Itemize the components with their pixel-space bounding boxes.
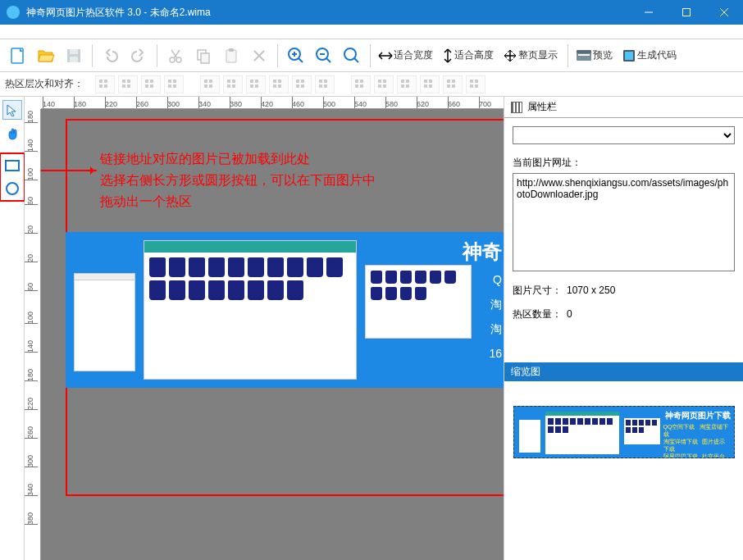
svg-rect-13 (201, 53, 209, 63)
arrow-annotation (41, 170, 97, 171)
thumb-banner-text: 神奇网页图片下载 (665, 410, 731, 421)
close-button[interactable] (705, 0, 743, 25)
zoom-in-button[interactable] (283, 43, 309, 69)
loaded-image[interactable]: 神奇 Q 淘 淘 16 (66, 232, 504, 388)
delete-button[interactable] (246, 43, 272, 69)
align-btn-7[interactable] (246, 75, 266, 93)
preview-button[interactable]: 预览 (573, 43, 618, 69)
fit-width-label: 适合宽度 (394, 48, 433, 62)
align-btn-13[interactable] (397, 75, 417, 93)
open-button[interactable] (33, 43, 59, 69)
url-label: 当前图片网址： (513, 156, 735, 170)
app-icon (7, 6, 20, 19)
align-btn-9[interactable] (292, 75, 312, 93)
properties-icon (511, 102, 522, 113)
banner-sub-2: 淘 (490, 298, 502, 312)
thumbnail-image[interactable]: 神奇网页图片下载 QQ空间下载 淘宝店铺下载淘宝详情下载 图片提示下载阿里巴巴下… (513, 406, 735, 458)
copy-button[interactable] (190, 43, 217, 69)
zoom-out-button[interactable] (311, 43, 337, 69)
url-field[interactable] (513, 173, 735, 271)
svg-rect-6 (70, 49, 78, 54)
thumb-banner-sub: QQ空间下载 淘宝店铺下载淘宝详情下载 图片提示下载阿里巴巴下载 社交平台下载 (663, 423, 731, 458)
hotspot-count-value: 0 (567, 308, 572, 320)
instruction-line-1: 链接地址对应的图片已被加载到此处 (100, 148, 376, 170)
hotspot-count-label: 热区数量： (513, 308, 562, 320)
save-button[interactable] (61, 43, 87, 69)
instruction-line-3: 拖动出一个热区 (100, 191, 376, 212)
align-btn-6[interactable] (223, 75, 243, 93)
rectangle-tool[interactable] (2, 156, 22, 175)
svg-rect-7 (70, 57, 78, 62)
minimize-button[interactable] (630, 0, 668, 25)
banner-sub-4: 16 (489, 347, 502, 360)
canvas-area: 1401802202603003403804204605005405806206… (25, 97, 504, 560)
menubar (0, 25, 743, 39)
window-title: 神奇网页图片热区软件 3.0 - 未命名2.wima (26, 6, 630, 20)
paste-button[interactable] (218, 43, 244, 69)
properties-tab[interactable]: 属性栏 (504, 97, 743, 118)
shape-tool-group (0, 153, 25, 202)
banner-sub-1: Q (493, 273, 502, 286)
generate-label: 生成代码 (637, 48, 677, 62)
undo-button[interactable] (98, 43, 124, 69)
redo-button[interactable] (125, 43, 152, 69)
cut-button[interactable] (162, 43, 189, 69)
fit-page-button[interactable]: 整页显示 (500, 43, 563, 69)
hotspot-selector[interactable] (513, 126, 735, 144)
align-btn-5[interactable] (200, 75, 220, 93)
generate-button[interactable]: 生成代码 (619, 43, 681, 69)
image-size-value: 1070 x 250 (567, 285, 615, 296)
align-btn-16[interactable] (466, 75, 485, 93)
banner-text-main: 神奇 (463, 239, 502, 265)
align-btn-8[interactable] (269, 75, 289, 93)
tool-palette (0, 97, 25, 560)
svg-rect-15 (229, 48, 234, 52)
align-label: 热区层次和对齐： (5, 77, 84, 91)
align-btn-1[interactable] (95, 75, 115, 93)
align-btn-10[interactable] (315, 75, 335, 93)
svg-rect-36 (6, 161, 19, 171)
titlebar: 神奇网页图片热区软件 3.0 - 未命名2.wima (0, 0, 743, 25)
align-btn-11[interactable] (351, 75, 371, 93)
svg-rect-31 (577, 52, 591, 61)
image-size-label: 图片尺寸： (513, 285, 562, 296)
workarea: 1401802202603003403804204605005405806206… (0, 97, 743, 560)
align-btn-14[interactable] (420, 75, 440, 93)
align-btn-2[interactable] (118, 75, 138, 93)
svg-line-26 (354, 58, 358, 62)
properties-body: 当前图片网址： 图片尺寸：1070 x 250 热区数量：0 (504, 118, 743, 330)
fit-width-button[interactable]: 适合宽度 (376, 43, 438, 69)
svg-rect-1 (683, 9, 691, 16)
align-btn-4[interactable] (164, 75, 184, 93)
fit-height-button[interactable]: 适合高度 (440, 43, 499, 69)
ellipse-tool[interactable] (2, 179, 22, 198)
main-toolbar: 适合宽度 适合高度 整页显示 预览 生成代码 (0, 39, 743, 72)
svg-line-23 (326, 58, 330, 62)
align-btn-15[interactable] (443, 75, 463, 93)
fit-height-label: 适合高度 (454, 48, 494, 62)
svg-rect-35 (625, 52, 633, 60)
svg-rect-14 (226, 50, 236, 62)
align-toolbar: 热区层次和对齐： (0, 72, 743, 97)
fit-page-label: 整页显示 (518, 48, 558, 62)
svg-point-37 (7, 183, 18, 194)
preview-label: 预览 (593, 48, 613, 62)
zoom-reset-button[interactable] (339, 43, 365, 69)
thumbnail-header: 缩览图 (504, 362, 743, 381)
pointer-tool[interactable] (2, 100, 22, 120)
align-btn-3[interactable] (141, 75, 161, 93)
svg-point-25 (344, 48, 356, 60)
svg-rect-33 (578, 54, 590, 56)
properties-tab-label: 属性栏 (527, 100, 557, 114)
instruction-text: 链接地址对应的图片已被加载到此处 选择右侧长方形或圆形按钮，可以在下面图片中 拖… (100, 148, 376, 212)
maximize-button[interactable] (668, 0, 705, 25)
hand-tool[interactable] (2, 125, 22, 144)
instruction-line-2: 选择右侧长方形或圆形按钮，可以在下面图片中 (100, 170, 376, 191)
new-button[interactable] (5, 43, 31, 69)
banner-sub-3: 淘 (490, 322, 502, 337)
svg-rect-32 (577, 50, 591, 53)
vertical-ruler: 1801401006020206010014018022026030034038… (25, 109, 41, 560)
align-btn-12[interactable] (374, 75, 394, 93)
viewport[interactable]: 链接地址对应的图片已被加载到此处 选择右侧长方形或圆形按钮，可以在下面图片中 拖… (41, 109, 504, 560)
side-panel: 属性栏 当前图片网址： 图片尺寸：1070 x 250 热区数量：0 缩览图 神… (504, 97, 743, 560)
